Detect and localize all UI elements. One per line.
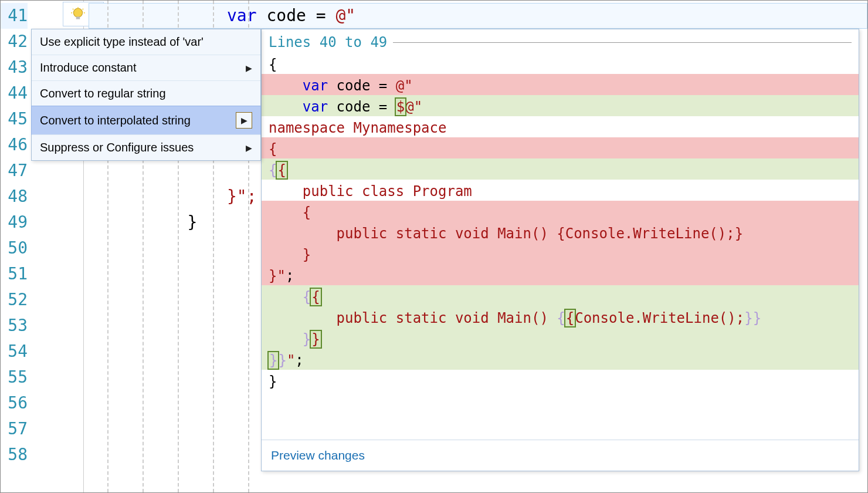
line-number: 56 (1, 390, 28, 416)
line-number: 52 (1, 287, 28, 313)
diff-line: { (262, 201, 859, 222)
line-number: 45 (1, 106, 28, 132)
diff-line: public class Program (262, 180, 859, 201)
line-number: 44 (1, 80, 28, 106)
diff-line: {{ (262, 285, 859, 306)
quick-actions-menu: Use explicit type instead of 'var'Introd… (31, 29, 261, 161)
menu-item[interactable]: Convert to interpolated string▶ (31, 106, 261, 135)
line-number: 47 (1, 158, 28, 184)
menu-item[interactable]: Suppress or Configure issues▶ (32, 134, 260, 160)
line-number-gutter: 414243444546474849505152535455565758 (1, 1, 31, 492)
diff-line: } (262, 243, 859, 264)
editor-area: 414243444546474849505152535455565758 ▼ −… (1, 1, 867, 492)
preview-range-label: Lines 40 to 49 (269, 34, 387, 50)
diff-body: { var code = @" var code = $@"namespace … (262, 53, 859, 440)
diff-line: { (262, 53, 859, 74)
diff-line: }} (262, 327, 859, 349)
line-number: 46 (1, 132, 28, 158)
line-number: 48 (1, 184, 28, 210)
line-number: 49 (1, 210, 28, 235)
menu-item-label: Convert to regular string (40, 87, 166, 100)
diff-line: namespace Mynamespace (262, 116, 859, 137)
menu-item-label: Suppress or Configure issues (40, 141, 194, 154)
chevron-right-icon: ▶ (246, 143, 252, 153)
line-number: 42 (1, 29, 28, 55)
line-number: 58 (1, 442, 28, 468)
diff-line: var code = $@" (262, 95, 859, 116)
diff-line: }"; (262, 264, 859, 285)
menu-item-label: Use explicit type instead of 'var' (40, 35, 204, 49)
chevron-right-icon: ▶ (246, 63, 252, 73)
preview-header: Lines 40 to 49 (262, 29, 859, 53)
menu-item-label: Convert to interpolated string (40, 114, 191, 127)
line-number: 43 (1, 55, 28, 80)
menu-item[interactable]: Convert to regular string (32, 80, 260, 106)
line-number: 55 (1, 364, 28, 390)
svg-rect-1 (76, 16, 80, 19)
menu-item[interactable]: Introduce constant▶ (32, 55, 260, 80)
line-number: 53 (1, 313, 28, 339)
diff-line: public static void Main() {{Console.Writ… (262, 306, 859, 327)
diff-line: {{ (262, 158, 859, 180)
header-divider (393, 42, 852, 43)
diff-line: public static void Main() {Console.Write… (262, 222, 859, 243)
svg-point-0 (73, 8, 82, 17)
line-number: 51 (1, 261, 28, 287)
preview-changes-link[interactable]: Preview changes (262, 440, 859, 471)
line-number: 54 (1, 339, 28, 364)
diff-line: } (262, 370, 859, 391)
line-number: 41 (1, 3, 28, 29)
preview-panel: Lines 40 to 49 { var code = @" var code … (261, 29, 859, 471)
diff-line: var code = @" (262, 74, 859, 95)
line-number: 50 (1, 235, 28, 261)
code-line-41[interactable]: var code = @" (89, 3, 867, 29)
line-number: 57 (1, 416, 28, 442)
menu-item[interactable]: Use explicit type instead of 'var' (32, 29, 260, 55)
diff-line: { (262, 137, 859, 158)
chevron-right-icon: ▶ (236, 112, 252, 129)
diff-line: }}"; (262, 349, 859, 370)
menu-item-label: Introduce constant (40, 61, 137, 75)
